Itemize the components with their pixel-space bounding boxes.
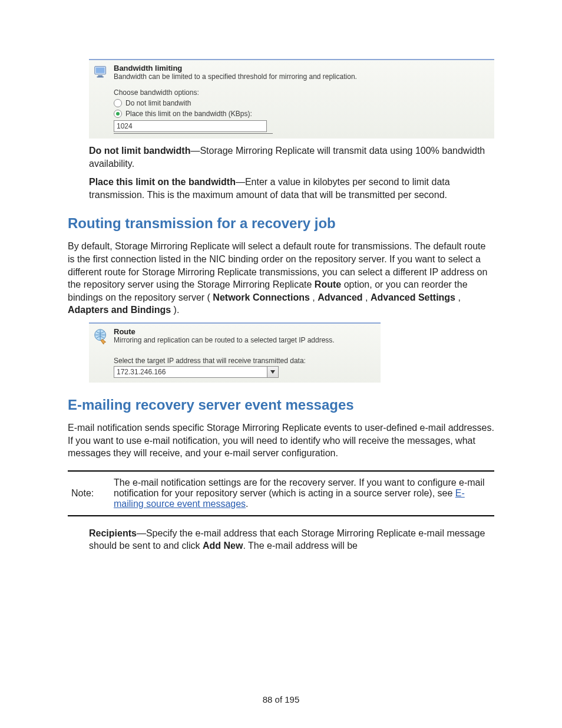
term: Do not limit bandwidth bbox=[89, 146, 190, 156]
monitor-icon bbox=[92, 64, 110, 81]
panel-title: Bandwidth limiting bbox=[114, 64, 182, 73]
term: Recipients bbox=[89, 528, 137, 538]
text-run: , bbox=[365, 292, 371, 302]
svg-rect-1 bbox=[96, 68, 105, 73]
radio-icon bbox=[114, 99, 122, 107]
term: Place this limit on the bandwidth bbox=[89, 177, 236, 187]
ip-combo[interactable]: 172.31.246.166 bbox=[114, 366, 279, 378]
route-panel: Route Mirroring and replication can be r… bbox=[89, 322, 381, 383]
text-run: Advanced Settings bbox=[371, 292, 455, 302]
panel-desc: Mirroring and replication can be routed … bbox=[114, 336, 335, 344]
paragraph: Place this limit on the bandwidth—Enter … bbox=[89, 176, 494, 201]
svg-rect-2 bbox=[98, 75, 103, 77]
text-run: Network Connections bbox=[213, 292, 309, 302]
text-run: . bbox=[246, 499, 248, 509]
text-run: Route bbox=[315, 279, 341, 289]
panel-desc: Bandwidth can be limited to a specified … bbox=[114, 73, 357, 81]
paragraph: Do not limit bandwidth—Storage Mirroring… bbox=[89, 144, 494, 170]
radio-icon bbox=[114, 110, 122, 118]
email-paragraph: E-mail notification sends specific Stora… bbox=[68, 421, 494, 460]
note-text: The e-mail notification settings are for… bbox=[110, 471, 494, 516]
text-run: Adapters and Bindings bbox=[68, 305, 171, 315]
text-run: . The e-mail address will be bbox=[243, 541, 357, 551]
select-label: Select the target IP address that will r… bbox=[114, 357, 375, 365]
panel-title: Route bbox=[114, 327, 135, 336]
text-run: , bbox=[458, 292, 460, 302]
note-label: Note: bbox=[68, 471, 110, 516]
bandwidth-input[interactable]: 1024 bbox=[114, 120, 267, 132]
note-box: Note: The e-mail notification settings a… bbox=[68, 470, 494, 516]
term: Add New bbox=[203, 541, 243, 551]
radio-label: Place this limit on the bandwidth (KBps)… bbox=[125, 110, 252, 118]
text-run: Advanced bbox=[318, 292, 362, 302]
radio-limit[interactable]: Place this limit on the bandwidth (KBps)… bbox=[114, 110, 488, 118]
choose-label: Choose bandwidth options: bbox=[114, 88, 488, 97]
page-number: 88 of 195 bbox=[0, 694, 562, 704]
radio-no-limit[interactable]: Do not limit bandwith bbox=[114, 99, 488, 107]
bandwidth-panel: Bandwidth limiting Bandwidth can be limi… bbox=[89, 59, 494, 139]
text-run: The e-mail notification settings are for… bbox=[114, 477, 485, 498]
text-run: , bbox=[312, 292, 318, 302]
routing-paragraph: By default, Storage Mirroring Replicate … bbox=[68, 240, 494, 317]
text-run: ). bbox=[174, 305, 180, 315]
svg-rect-3 bbox=[97, 77, 104, 78]
heading-email: E-mailing recovery server event messages bbox=[68, 397, 494, 413]
heading-routing: Routing transmission for a recovery job bbox=[68, 215, 494, 232]
recipients-paragraph: Recipients—Specify the e-mail address th… bbox=[89, 527, 494, 552]
chevron-down-icon[interactable] bbox=[267, 366, 279, 378]
ip-value: 172.31.246.166 bbox=[114, 366, 267, 378]
globe-icon bbox=[92, 327, 110, 345]
radio-label: Do not limit bandwith bbox=[125, 99, 191, 107]
